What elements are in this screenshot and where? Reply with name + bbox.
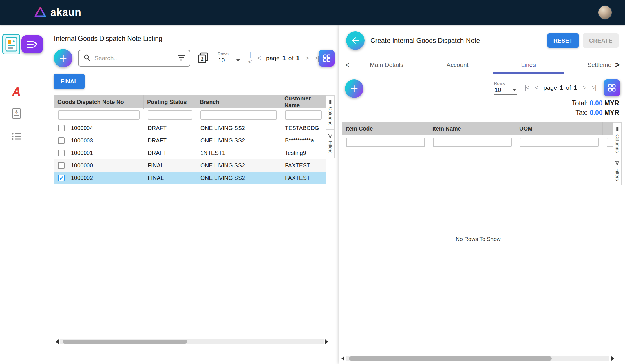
prev-page-button[interactable]: < (257, 54, 260, 62)
back-button[interactable] (346, 31, 365, 50)
posting-status: DRAFT (144, 150, 196, 156)
scrollbar-track[interactable] (60, 339, 324, 344)
scroll-left-arrow[interactable] (341, 356, 344, 361)
scroll-right-arrow[interactable] (611, 356, 614, 361)
search-input[interactable] (94, 54, 174, 62)
lines-toolbar: + Rows 10 |< < page (339, 74, 625, 118)
dispatch-note-table: Goods Dispatch Note No Posting Status Br… (54, 95, 335, 184)
header-item-code[interactable]: Item Code (342, 122, 429, 135)
filter-extra-input[interactable] (607, 138, 613, 147)
table-row-selected[interactable]: 1000002 FINAL ONE LIVING SS2 FAXTEST (54, 172, 326, 184)
note-no: 1000003 (71, 137, 93, 144)
customer-name: TESTABCDG (281, 125, 326, 131)
first-page-button[interactable]: |< (248, 51, 251, 66)
row-checkbox[interactable] (58, 162, 65, 169)
header-goods-dispatch-note-no[interactable]: Goods Dispatch Note No (54, 95, 144, 109)
next-page-button[interactable]: > (583, 84, 586, 92)
table-row[interactable]: 1000003 DRAFT ONE LIVING SS2 B**********… (54, 134, 326, 147)
multi-select-pages-button[interactable]: 2 (198, 52, 209, 64)
pdf-reader-icon[interactable]: A (12, 85, 21, 98)
next-page-button[interactable]: > (306, 54, 309, 62)
filter-item-code-input[interactable] (346, 138, 425, 147)
filter-uom-input[interactable] (520, 138, 599, 147)
final-filter-button[interactable]: FINAL (54, 74, 85, 89)
items-side-tabs: Columns Filters (613, 122, 622, 185)
grid-view-button[interactable] (319, 50, 335, 67)
header-item-name[interactable]: Item Name (429, 122, 516, 135)
filters-side-tab[interactable]: Filters (326, 130, 335, 158)
tab-lines[interactable]: Lines (493, 56, 564, 74)
filter-branch-input[interactable] (200, 110, 277, 120)
customer-name: B**********a (281, 137, 326, 144)
columns-side-tab[interactable]: Columns (326, 95, 335, 130)
rows-per-page-select[interactable]: 10 (218, 56, 241, 65)
table-row[interactable]: 1000000 FINAL ONE LIVING SS2 FAXTEST (54, 159, 326, 172)
lines-pagination: |< < page 1 of 1 > >| (525, 84, 596, 92)
rows-per-page: Rows 10 (218, 51, 241, 65)
current-page: 1 (282, 54, 286, 62)
filters-label: Filters (615, 168, 620, 181)
screen: akaun A $ (0, 0, 625, 364)
add-line-item-button[interactable]: + (345, 79, 363, 98)
line-items-table: Item Code Item Name UOM No Rows To Show (342, 122, 622, 242)
tabs-scroll-left-button[interactable]: < (343, 61, 351, 69)
first-page-button[interactable]: |< (525, 84, 529, 92)
create-panel-tabs: < Main Details Account Lines Settleme > (339, 56, 625, 74)
filter-lines-icon[interactable] (178, 54, 185, 62)
search-icon (83, 54, 90, 62)
tab-account[interactable]: Account (422, 56, 493, 74)
invoice-document-icon[interactable]: $ (12, 108, 21, 119)
scrollbar-thumb[interactable] (349, 356, 552, 361)
add-dispatch-note-button[interactable]: + (54, 49, 72, 67)
row-checkbox[interactable] (58, 150, 65, 156)
user-avatar[interactable] (598, 5, 612, 20)
row-checkbox[interactable] (58, 137, 65, 144)
filter-item-name-input[interactable] (433, 138, 512, 147)
list-menu-icon[interactable] (12, 133, 21, 140)
last-page-button[interactable]: >| (592, 84, 596, 92)
customer-name: Testing9 (281, 150, 326, 156)
lines-rows-per-page-select[interactable]: 10 (494, 86, 517, 95)
listing-toolbar: + 2 Rows 10 (54, 49, 335, 67)
columns-side-tab[interactable]: Columns (613, 122, 622, 157)
search-box (78, 50, 190, 67)
header-uom[interactable]: UOM (516, 122, 603, 135)
branch: ONE LIVING SS2 (196, 137, 281, 144)
app-module-icon[interactable] (2, 34, 20, 54)
header-posting-status[interactable]: Posting Status (144, 95, 196, 109)
header-extra[interactable] (603, 122, 613, 135)
total-line: Total: 0.00 MYR (572, 98, 619, 108)
columns-label: Columns (328, 107, 333, 125)
scrollbar-track[interactable] (346, 356, 609, 361)
row-checkbox-checked[interactable] (58, 175, 65, 181)
note-no: 1000000 (71, 162, 93, 169)
filter-customer-name-input[interactable] (285, 110, 322, 120)
table-row[interactable]: 1000004 DRAFT ONE LIVING SS2 TESTABCDG (54, 122, 326, 134)
filter-note-no-input[interactable] (58, 110, 140, 120)
scroll-right-arrow[interactable] (325, 339, 328, 344)
tab-main-details[interactable]: Main Details (351, 56, 422, 74)
last-page-button[interactable]: >| (314, 54, 319, 62)
sidebar-toggle-button[interactable] (21, 35, 43, 53)
tabs-scroll-right-button[interactable]: > (613, 60, 622, 69)
filters-side-tab[interactable]: Filters (613, 157, 622, 185)
total-label: Total: (572, 99, 588, 107)
items-filter-row (342, 135, 613, 149)
create-button[interactable]: CREATE (583, 33, 619, 48)
lines-grid-view-button[interactable] (604, 79, 620, 96)
table-row[interactable]: 1000001 DRAFT 1NTEST1 Testing9 (54, 147, 326, 159)
scroll-left-arrow[interactable] (56, 339, 59, 344)
row-checkbox[interactable] (58, 125, 65, 131)
scrollbar-thumb[interactable] (63, 340, 187, 344)
filter-posting-status-input[interactable] (148, 110, 192, 120)
grid-2x2-icon (322, 54, 331, 63)
header-branch[interactable]: Branch (196, 95, 281, 109)
reset-button[interactable]: RESET (547, 33, 579, 48)
header-customer-name[interactable]: Customer Name (281, 95, 326, 109)
sidebar-toggle-icon (27, 40, 38, 48)
prev-page-button[interactable]: < (535, 84, 538, 92)
branch: ONE LIVING SS2 (196, 162, 281, 169)
tax-line: Tax: 0.00 MYR (572, 108, 619, 118)
posting-status: FINAL (144, 162, 196, 169)
table-header-row: Goods Dispatch Note No Posting Status Br… (54, 95, 326, 108)
